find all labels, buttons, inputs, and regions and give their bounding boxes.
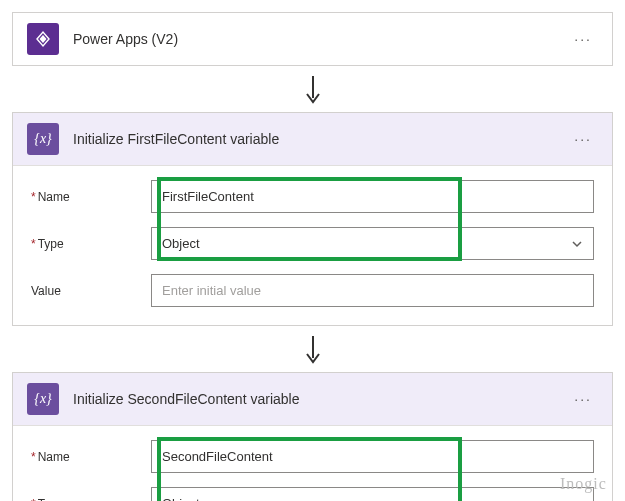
type-label: Type xyxy=(31,237,151,251)
name-input[interactable] xyxy=(152,441,593,472)
variable-icon: {x} xyxy=(27,123,59,155)
value-input[interactable] xyxy=(152,275,593,306)
name-input-wrap xyxy=(151,440,594,473)
type-value: Object xyxy=(152,488,571,501)
action-body: Name Type Object Value xyxy=(13,166,612,325)
type-select[interactable]: Object xyxy=(151,487,594,501)
name-row: Name xyxy=(31,440,594,473)
powerapps-icon xyxy=(27,23,59,55)
type-select[interactable]: Object xyxy=(151,227,594,260)
chevron-down-icon xyxy=(571,498,583,502)
action-body: Name Type Object Value xyxy=(13,426,612,501)
variable-icon: {x} xyxy=(27,383,59,415)
more-menu-button[interactable]: ··· xyxy=(568,127,598,151)
action-title: Initialize FirstFileContent variable xyxy=(73,131,554,147)
name-input-wrap xyxy=(151,180,594,213)
action-title: Initialize SecondFileContent variable xyxy=(73,391,554,407)
type-value: Object xyxy=(152,228,571,259)
action-card-second: {x} Initialize SecondFileContent variabl… xyxy=(12,372,613,501)
trigger-title: Power Apps (V2) xyxy=(73,31,554,47)
name-label: Name xyxy=(31,450,151,464)
value-input-wrap xyxy=(151,274,594,307)
name-input[interactable] xyxy=(152,181,593,212)
connector-arrow xyxy=(12,66,613,112)
type-label: Type xyxy=(31,497,151,502)
more-menu-button[interactable]: ··· xyxy=(568,27,598,51)
value-row: Value xyxy=(31,274,594,307)
action-header[interactable]: {x} Initialize FirstFileContent variable… xyxy=(13,113,612,166)
trigger-header[interactable]: Power Apps (V2) ··· xyxy=(13,13,612,65)
value-label: Value xyxy=(31,284,151,298)
chevron-down-icon xyxy=(571,238,583,250)
action-card-first: {x} Initialize FirstFileContent variable… xyxy=(12,112,613,326)
connector-arrow xyxy=(12,326,613,372)
more-menu-button[interactable]: ··· xyxy=(568,387,598,411)
type-row: Type Object xyxy=(31,487,594,501)
type-row: Type Object xyxy=(31,227,594,260)
action-header[interactable]: {x} Initialize SecondFileContent variabl… xyxy=(13,373,612,426)
trigger-card: Power Apps (V2) ··· xyxy=(12,12,613,66)
name-row: Name xyxy=(31,180,594,213)
name-label: Name xyxy=(31,190,151,204)
